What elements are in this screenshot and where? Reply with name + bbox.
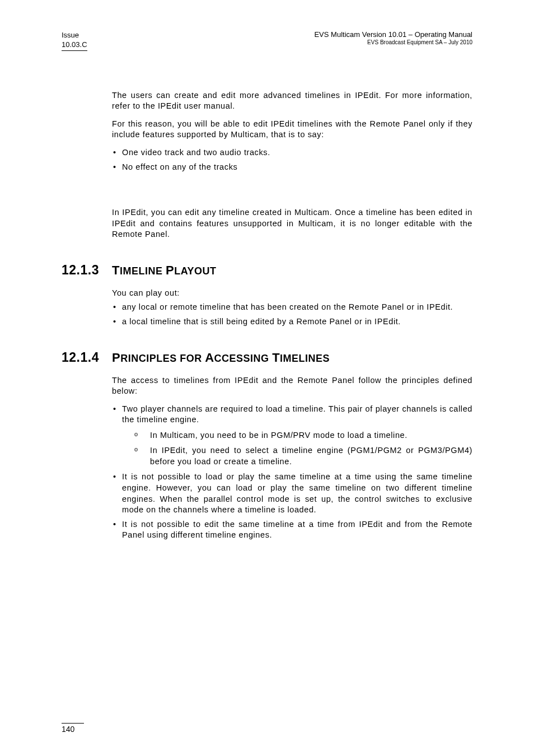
bullet-list: any local or remote timeline that has be… [112, 302, 472, 327]
section-number: 12.1.4 [62, 350, 112, 365]
paragraph: For this reason, you will be able to edi… [112, 119, 472, 141]
list-item: In IPEdit, you need to select a timeline… [122, 445, 472, 467]
spacer [112, 179, 472, 207]
section-content: You can play out: any local or remote ti… [112, 288, 472, 328]
page-header: Issue 10.03.C EVS Multicam Version 10.01… [62, 31, 472, 51]
header-right: EVS Multicam Version 10.01 – Operating M… [314, 31, 472, 45]
list-item: Two player channels are required to load… [112, 404, 472, 468]
list-item: One video track and two audio tracks. [112, 147, 472, 158]
section-heading-12-1-3: 12.1.3 TIMELINE PLAYOUT [62, 263, 472, 278]
list-item: In Multicam, you need to be in PGM/PRV m… [122, 430, 472, 441]
list-item: It is not possible to edit the same time… [112, 519, 472, 541]
issue-label: Issue [62, 31, 79, 39]
bullet-list: One video track and two audio tracks. No… [112, 147, 472, 172]
section-title: TIMELINE PLAYOUT [112, 263, 217, 278]
issue-value: 10.03.C [62, 40, 87, 49]
manual-subtitle: EVS Broadcast Equipment SA – July 2010 [367, 39, 472, 45]
paragraph: The access to timelines from IPEdit and … [112, 375, 472, 397]
section-title: PRINCIPLES FOR ACCESSING TIMELINES [112, 351, 330, 365]
list-item: any local or remote timeline that has be… [112, 302, 472, 313]
page-number: 140 [62, 725, 74, 734]
list-item: No effect on any of the tracks [112, 162, 472, 173]
bullet-list: Two player channels are required to load… [112, 404, 472, 541]
document-page: Issue 10.03.C EVS Multicam Version 10.01… [0, 0, 534, 756]
header-left: Issue 10.03.C [62, 31, 87, 51]
list-item: a local timeline that is still being edi… [112, 316, 472, 328]
section-heading-12-1-4: 12.1.4 PRINCIPLES FOR ACCESSING TIMELINE… [62, 350, 472, 365]
section-number: 12.1.3 [62, 263, 112, 278]
paragraph: In IPEdit, you can edit any timeline cre… [112, 207, 472, 240]
body-content: The users can create and edit more advan… [112, 90, 472, 240]
manual-title: EVS Multicam Version 10.01 – Operating M… [314, 30, 472, 39]
paragraph: You can play out: [112, 288, 472, 299]
section-content: The access to timelines from IPEdit and … [112, 375, 472, 541]
sub-bullet-list: In Multicam, you need to be in PGM/PRV m… [122, 430, 472, 468]
paragraph: The users can create and edit more advan… [112, 90, 472, 112]
list-item: It is not possible to load or play the s… [112, 472, 472, 515]
page-footer: 140 [62, 723, 84, 734]
